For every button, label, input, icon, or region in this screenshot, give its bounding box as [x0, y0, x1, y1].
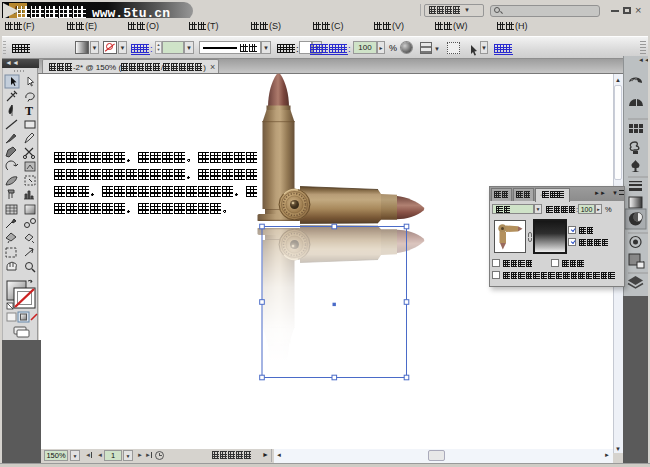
svg-text:T: T [25, 104, 33, 118]
